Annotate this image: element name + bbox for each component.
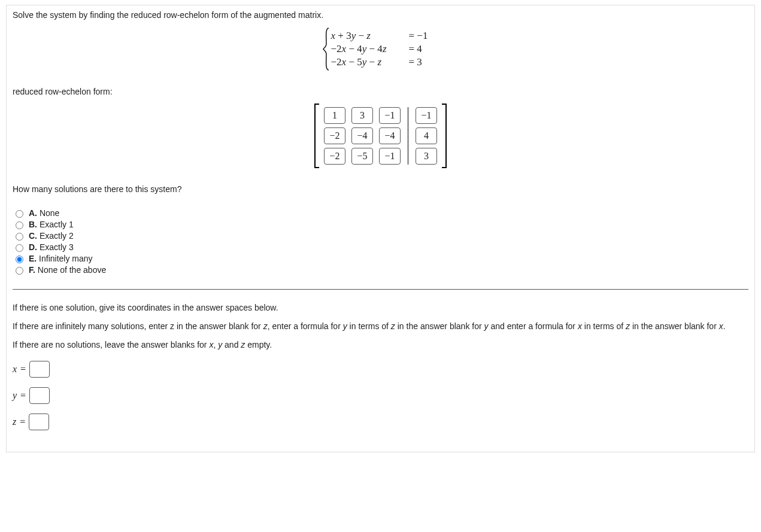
- equation-lhs: −2x − 4y − 4z: [331, 43, 409, 55]
- matrix-cell[interactable]: −1: [379, 107, 401, 124]
- left-brace-icon: [323, 27, 330, 71]
- option-radio-b[interactable]: [16, 221, 23, 229]
- matrix-row: 13−1: [324, 107, 401, 124]
- augment-separator: [408, 107, 408, 165]
- option-label: A. None: [29, 208, 59, 218]
- matrix-row: −2−5−1: [324, 148, 401, 165]
- section-divider: [13, 289, 748, 290]
- instruction-one-solution: If there is one solution, give its coord…: [13, 302, 748, 314]
- rref-label: reduced row-echelon form:: [13, 87, 748, 96]
- matrix-cell[interactable]: −2: [324, 148, 345, 165]
- matrix-cell[interactable]: −4: [351, 127, 373, 144]
- solution-count-question: How many solutions are there to this sys…: [13, 184, 748, 194]
- option-d[interactable]: D. Exactly 3: [13, 242, 748, 252]
- equation-rhs: = 3: [409, 56, 439, 68]
- option-label: B. Exactly 1: [29, 220, 74, 229]
- options-group: A. NoneB. Exactly 1C. Exactly 2D. Exactl…: [13, 208, 748, 275]
- instruction-infinite: If there are infinitely many solutions, …: [13, 320, 748, 333]
- instruction-none: If there are no solutions, leave the ans…: [13, 339, 748, 351]
- matrix-row: −2−4−4: [324, 127, 401, 144]
- option-radio-f[interactable]: [16, 267, 23, 275]
- instructions: If there is one solution, give its coord…: [13, 302, 748, 351]
- matrix-cell[interactable]: 4: [416, 127, 437, 144]
- answer-label-z: z: [13, 417, 16, 427]
- equation-lhs: x + 3y − z: [331, 30, 409, 42]
- matrix-row: 4: [416, 127, 437, 144]
- equation-row: −2x − 5y − z= 3: [331, 56, 439, 69]
- matrix-row: 3: [416, 148, 437, 165]
- option-b[interactable]: B. Exactly 1: [13, 220, 748, 229]
- matrix-row: −1: [416, 107, 437, 124]
- left-bracket-icon: [314, 104, 319, 168]
- answer-label-y: y: [13, 390, 17, 401]
- option-label: D. Exactly 3: [29, 242, 74, 252]
- matrix-cell[interactable]: −1: [416, 107, 437, 124]
- option-radio-a[interactable]: [16, 210, 23, 218]
- equation-row: −2x − 4y − 4z= 4: [331, 42, 439, 56]
- matrix-cell[interactable]: 1: [324, 107, 345, 124]
- equation-rhs: = 4: [409, 43, 439, 55]
- matrix-cell[interactable]: 3: [351, 107, 373, 124]
- problem-container: Solve the system by finding the reduced …: [6, 5, 755, 452]
- matrix-cell[interactable]: 3: [416, 148, 437, 165]
- matrix-cell[interactable]: −1: [379, 148, 401, 165]
- equation-row: x + 3y − z= −1: [331, 29, 439, 42]
- matrix-cell[interactable]: −5: [351, 148, 373, 165]
- problem-prompt: Solve the system by finding the reduced …: [13, 10, 748, 20]
- option-c[interactable]: C. Exactly 2: [13, 231, 748, 241]
- matrix-cell[interactable]: −4: [379, 127, 401, 144]
- option-radio-d[interactable]: [16, 244, 23, 252]
- answer-input-x[interactable]: [29, 361, 50, 378]
- answer-row-y: y=: [13, 387, 748, 404]
- option-e[interactable]: E. Infinitely many: [13, 254, 748, 263]
- equation-lhs: −2x − 5y − z: [331, 56, 409, 68]
- system-of-equations: x + 3y − z= −1−2x − 4y − 4z= 4−2x − 5y −…: [13, 29, 748, 69]
- augmented-matrix: 13−1−2−4−4−2−5−1 −143: [13, 104, 748, 170]
- right-bracket-icon: [442, 104, 447, 168]
- option-a[interactable]: A. None: [13, 208, 748, 218]
- answer-row-z: z=: [13, 414, 748, 430]
- answer-input-z[interactable]: [29, 414, 49, 430]
- equation-rhs: = −1: [409, 30, 439, 42]
- answer-label-x: x: [13, 364, 17, 375]
- option-label: F. None of the above: [29, 265, 106, 275]
- option-f[interactable]: F. None of the above: [13, 265, 748, 275]
- answer-input-y[interactable]: [29, 387, 50, 404]
- option-label: C. Exactly 2: [29, 231, 74, 241]
- matrix-cell[interactable]: −2: [324, 127, 345, 144]
- answer-row-x: x=: [13, 361, 748, 378]
- option-label: E. Infinitely many: [29, 254, 93, 263]
- option-radio-c[interactable]: [16, 233, 23, 241]
- option-radio-e[interactable]: [16, 256, 23, 263]
